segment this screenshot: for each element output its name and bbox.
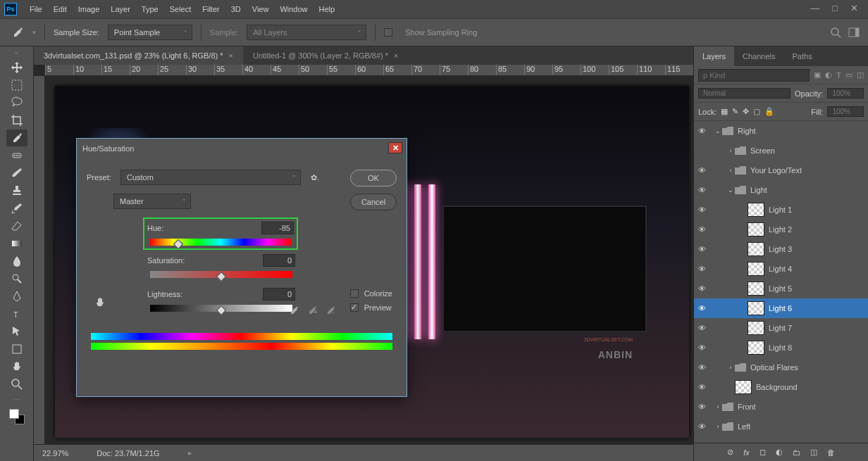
lock-pixels-icon[interactable]: ▦ <box>721 107 728 116</box>
visibility-toggle[interactable]: 👁 <box>694 304 709 312</box>
layer-row[interactable]: 👁Light 8 <box>694 338 868 358</box>
layer-thumbnail[interactable] <box>748 242 764 256</box>
expand-toggle[interactable]: ⌄ <box>714 127 722 134</box>
move-tool[interactable] <box>6 59 27 76</box>
layer-row[interactable]: 👁Background <box>694 377 868 397</box>
eyedropper-icon[interactable] <box>288 305 299 316</box>
visibility-toggle[interactable]: 👁 <box>694 166 709 175</box>
visibility-toggle[interactable]: 👁 <box>694 363 709 372</box>
filter-smart-icon[interactable]: ◫ <box>857 70 864 80</box>
new-layer-icon[interactable]: ◫ <box>810 448 817 457</box>
sampling-ring-checkbox[interactable] <box>384 28 392 37</box>
visibility-toggle[interactable]: 👁 <box>694 245 709 253</box>
delete-layer-icon[interactable]: 🗑 <box>827 448 835 457</box>
eraser-tool[interactable] <box>6 217 27 234</box>
menu-layer[interactable]: Layer <box>105 5 136 13</box>
colorize-checkbox[interactable] <box>350 289 359 298</box>
layer-thumbnail[interactable] <box>748 222 764 236</box>
layer-row[interactable]: 👁Light 6 <box>694 298 868 318</box>
layer-row[interactable]: 👁›Left <box>694 417 868 436</box>
dodge-tool[interactable] <box>6 270 27 287</box>
tab-close-icon[interactable]: × <box>394 51 398 60</box>
layer-filter-input[interactable] <box>698 69 810 82</box>
hue-slider[interactable] <box>150 239 291 246</box>
layer-row[interactable]: 👁›Front <box>694 397 868 417</box>
layer-thumbnail[interactable] <box>735 380 752 394</box>
expand-toggle[interactable]: › <box>726 167 735 174</box>
sample-dropdown[interactable]: All Layers <box>247 25 366 40</box>
channel-dropdown[interactable]: Master <box>113 194 191 209</box>
expand-toggle[interactable]: › <box>714 403 722 410</box>
layer-thumbnail[interactable] <box>748 341 764 355</box>
lock-artboard-icon[interactable]: ▢ <box>753 107 760 116</box>
visibility-toggle[interactable]: 👁 <box>694 284 709 293</box>
menu-filter[interactable]: Filter <box>197 5 225 13</box>
tab-close-icon[interactable]: × <box>229 51 233 60</box>
visibility-toggle[interactable]: 👁 <box>694 186 709 194</box>
maximize-button[interactable]: □ <box>832 3 838 13</box>
filter-type-icon[interactable]: T <box>836 71 841 80</box>
zoom-tool[interactable] <box>6 376 27 393</box>
expand-toggle[interactable]: › <box>726 364 735 371</box>
sample-size-dropdown[interactable]: Point Sample <box>108 25 192 40</box>
healing-tool[interactable] <box>6 147 27 164</box>
layer-row[interactable]: 👁›Your Logo/Text <box>694 160 868 180</box>
dialog-close-button[interactable]: ✕ <box>388 142 402 153</box>
visibility-toggle[interactable]: 👁 <box>694 127 709 135</box>
visibility-toggle[interactable]: 👁 <box>694 265 709 273</box>
menu-image[interactable]: Image <box>73 5 106 13</box>
ok-button[interactable]: OK <box>350 170 397 187</box>
panel-tab-paths[interactable]: Paths <box>784 46 821 66</box>
blur-tool[interactable] <box>6 253 27 270</box>
saturation-slider[interactable] <box>150 271 292 278</box>
search-icon[interactable] <box>830 27 841 38</box>
layer-row[interactable]: 👁Light 5 <box>694 279 868 298</box>
hue-input[interactable] <box>261 222 294 234</box>
path-select-tool[interactable] <box>6 323 27 340</box>
eyedropper-add-icon[interactable]: + <box>306 305 318 316</box>
visibility-toggle[interactable]: 👁 <box>694 225 709 234</box>
layer-thumbnail[interactable] <box>748 262 764 276</box>
layer-row[interactable]: ›Screen <box>694 141 868 160</box>
layer-thumbnail[interactable] <box>748 321 764 335</box>
type-tool[interactable]: T <box>6 305 27 322</box>
lightness-slider[interactable] <box>150 305 292 312</box>
layer-thumbnail[interactable] <box>748 282 764 296</box>
filter-image-icon[interactable]: ▣ <box>814 70 821 80</box>
filter-adjust-icon[interactable]: ◐ <box>825 70 832 80</box>
layer-row[interactable]: 👁Light 7 <box>694 318 868 338</box>
menu-3d[interactable]: 3D <box>225 5 247 13</box>
layer-fx-icon[interactable]: fx <box>743 448 750 457</box>
history-brush-tool[interactable] <box>6 200 27 217</box>
marquee-tool[interactable] <box>6 77 27 94</box>
panel-tab-layers[interactable]: Layers <box>694 46 734 66</box>
visibility-toggle[interactable]: 👁 <box>694 324 709 332</box>
gear-icon[interactable]: ✿. <box>311 173 319 182</box>
layer-row[interactable]: 👁Light 1 <box>694 200 868 220</box>
panel-tab-channels[interactable]: Channels <box>734 46 783 66</box>
menu-select[interactable]: Select <box>164 5 197 13</box>
eyedropper-subtract-icon[interactable]: - <box>325 305 336 316</box>
filter-shape-icon[interactable]: ▭ <box>845 70 852 80</box>
visibility-toggle[interactable]: 👁 <box>694 422 709 431</box>
link-layers-icon[interactable]: ⊘ <box>727 448 733 457</box>
zoom-level[interactable]: 22.97% <box>42 449 68 457</box>
lock-brush-icon[interactable]: ✎ <box>732 107 738 116</box>
pen-tool[interactable] <box>6 288 27 305</box>
layer-thumbnail[interactable] <box>748 301 764 315</box>
menu-type[interactable]: Type <box>136 5 164 13</box>
layer-row[interactable]: 👁Light 3 <box>694 239 868 259</box>
new-group-icon[interactable]: 🗀 <box>793 448 800 457</box>
layer-thumbnail[interactable] <box>748 203 764 217</box>
visibility-toggle[interactable]: 👁 <box>694 383 709 391</box>
targeted-adjust-icon[interactable] <box>94 296 109 312</box>
menu-edit[interactable]: Edit <box>48 5 73 13</box>
menu-view[interactable]: View <box>247 5 275 13</box>
lock-all-icon[interactable]: 🔒 <box>764 107 774 116</box>
crop-tool[interactable] <box>6 112 27 129</box>
gradient-tool[interactable] <box>6 235 27 252</box>
document-tab[interactable]: 3dvirtualset.com_131.psd @ 23% (Light 6,… <box>34 46 243 65</box>
hand-tool[interactable] <box>6 358 27 375</box>
layer-row[interactable]: 👁›Optical Flares <box>694 358 868 377</box>
document-tab[interactable]: Untitled-1 @ 300% (Layer 2, RGB/8#) *× <box>243 46 409 65</box>
